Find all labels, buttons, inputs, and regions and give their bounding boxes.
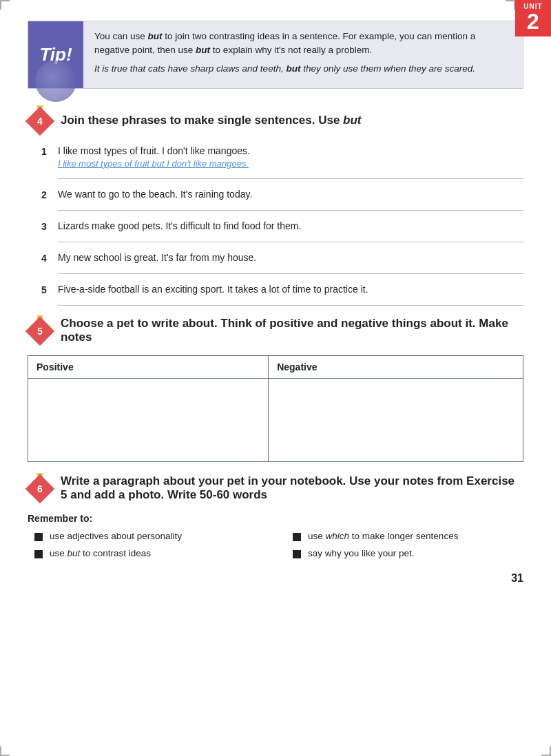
col-negative: Negative — [269, 355, 523, 378]
positive-cell — [28, 378, 269, 461]
item3-text: Lizards make good pets. It's difficult t… — [58, 220, 523, 231]
exercise4-item-2: 2 We want to go to the beach. It's raini… — [41, 189, 523, 200]
exercise6-title: Write a paragraph about your pet in your… — [61, 474, 523, 502]
check-icon-3 — [34, 550, 43, 558]
page-number: 31 — [28, 572, 523, 585]
corner-decoration-bl — [0, 746, 10, 756]
check-icon-4 — [293, 550, 301, 558]
table-body-row — [28, 378, 523, 461]
item1-answer: I like most types of fruit but I don't l… — [58, 158, 523, 169]
checklist-text-2: use which to make longer sentences — [308, 531, 458, 541]
exercise6-content: Remember to: use adjectives about person… — [28, 513, 523, 558]
check-icon-1 — [34, 533, 43, 541]
exercise4-item-3: 3 Lizards make good pets. It's difficult… — [41, 220, 523, 232]
corner-decoration-br — [541, 746, 551, 756]
checklist-item-3: use but to contrast ideas — [34, 548, 265, 558]
item5-num: 5 — [41, 284, 58, 295]
notes-table: Positive Negative — [28, 355, 523, 462]
exercise4-item-4: 4 My new school is great. It's far from … — [41, 252, 523, 264]
exercise5-header: 5 Choose a pet to write about. Think of … — [28, 315, 523, 346]
divider-3 — [58, 242, 523, 242]
tip-label: Tip! — [28, 21, 83, 88]
table-header-row: Positive Negative — [28, 355, 523, 378]
exercise5-diamond: 5 — [28, 315, 52, 346]
item1-num: 1 — [41, 145, 58, 157]
check-icon-2 — [293, 533, 301, 541]
checklist-text-4: say why you like your pet. — [308, 548, 415, 558]
unit-badge: UNIT 2 — [515, 0, 551, 36]
exercise6-header: 6 Write a paragraph about your pet in yo… — [28, 473, 523, 503]
exercise4-header: 4 Join these phrases to make single sent… — [28, 105, 523, 136]
divider-1 — [58, 178, 523, 179]
checklist: use adjectives about personality use whi… — [34, 531, 523, 558]
checklist-text-3: use but to contrast ideas — [50, 548, 151, 558]
tip-box: Tip! You can use but to join two contras… — [28, 21, 523, 89]
exercise6-number: 6 — [30, 479, 50, 499]
item4-text: My new school is great. It's far from my… — [58, 252, 523, 263]
negative-cell — [269, 378, 523, 461]
exercise4-item-1: 1 I like most types of fruit. I don't li… — [41, 145, 523, 169]
exercise4-number: 4 — [30, 111, 50, 132]
tip-circle-decoration — [35, 61, 76, 102]
tip-example: It is true that cats have sharp claws an… — [94, 62, 512, 76]
item5-text: Five-a-side football is an exciting spor… — [58, 284, 523, 295]
remember-label: Remember to: — [28, 513, 523, 524]
exercise6-diamond: 6 — [28, 473, 52, 503]
checklist-item-1: use adjectives about personality — [34, 531, 265, 541]
checklist-item-4: say why you like your pet. — [293, 548, 523, 558]
tip-paragraph1: You can use but to join two contrasting … — [94, 30, 512, 58]
item2-num: 2 — [41, 189, 58, 200]
item3-num: 3 — [41, 220, 58, 232]
checklist-item-2: use which to make longer sentences — [293, 531, 523, 541]
col-positive: Positive — [28, 355, 269, 378]
unit-number: 2 — [515, 10, 551, 32]
divider-2 — [58, 210, 523, 211]
exercise4-diamond: 4 — [28, 105, 52, 136]
exercise4-item-5: 5 Five-a-side football is an exciting sp… — [41, 284, 523, 295]
divider-4 — [58, 273, 523, 274]
exercise4-title: Join these phrases to make single senten… — [61, 114, 362, 127]
exercise5-title: Choose a pet to write about. Think of po… — [61, 317, 523, 344]
item2-text: We want to go to the beach. It's raining… — [58, 189, 523, 200]
divider-5 — [58, 305, 523, 306]
exercise4-list: 1 I like most types of fruit. I don't li… — [41, 145, 523, 306]
item4-num: 4 — [41, 252, 58, 264]
item1-text: I like most types of fruit. I don't like… — [58, 145, 523, 169]
exercise5-number: 5 — [30, 321, 50, 342]
tip-content: You can use but to join two contrasting … — [83, 21, 523, 88]
checklist-text-1: use adjectives about personality — [50, 531, 182, 541]
